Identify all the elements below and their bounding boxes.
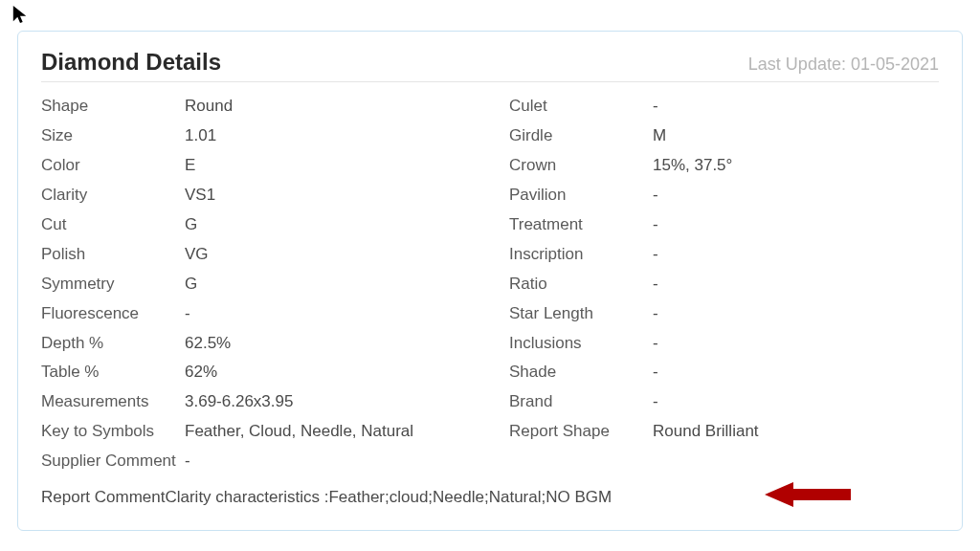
field-value: - [653, 274, 658, 296]
field-pavilion: Pavilion- [509, 185, 939, 207]
diamond-details-panel: Diamond Details Last Update: 01-05-2021 … [17, 31, 963, 531]
field-value: 1.01 [185, 125, 216, 147]
field-value: - [653, 362, 658, 384]
field-label: Polish [41, 244, 185, 266]
field-label: Inscription [509, 244, 653, 266]
field-value: 3.69-6.26x3.95 [185, 391, 293, 413]
field-inclusions: Inclusions- [509, 333, 939, 355]
field-culet: Culet- [509, 96, 939, 118]
field-value: - [653, 303, 658, 325]
svg-marker-0 [765, 482, 851, 507]
field-value: VG [185, 244, 209, 266]
field-size: Size1.01 [41, 125, 471, 147]
details-columns: ShapeRound Size1.01 ColorE ClarityVS1 Cu… [41, 96, 939, 480]
field-value: 62.5% [185, 333, 231, 355]
field-value: - [653, 96, 658, 118]
field-report-shape: Report ShapeRound Brilliant [509, 421, 939, 443]
field-label: Shade [509, 362, 653, 384]
report-comment-value: Clarity characteristics :Feather;cloud;N… [165, 488, 612, 506]
field-label: Inclusions [509, 333, 653, 355]
field-supplier-comment: Supplier Comment- [41, 451, 471, 473]
field-value: G [185, 274, 197, 296]
annotation-arrow-icon [765, 480, 851, 513]
field-value: E [185, 155, 195, 177]
field-shape: ShapeRound [41, 96, 471, 118]
field-value: 62% [185, 362, 217, 384]
mouse-cursor-icon [11, 4, 29, 29]
field-label: Pavilion [509, 185, 653, 207]
field-clarity: ClarityVS1 [41, 185, 471, 207]
field-label: Measurements [41, 391, 185, 413]
field-label: Fluorescence [41, 303, 185, 325]
field-star-length: Star Length- [509, 303, 939, 325]
field-value: - [653, 214, 658, 236]
field-treatment: Treatment- [509, 214, 939, 236]
field-table: Table %62% [41, 362, 471, 384]
field-value: G [185, 214, 197, 236]
field-inscription: Inscription- [509, 244, 939, 266]
field-label: Girdle [509, 125, 653, 147]
field-value: Feather, Cloud, Needle, Natural [185, 421, 413, 443]
field-label: Table % [41, 362, 185, 384]
field-symmetry: SymmetryG [41, 274, 471, 296]
field-value: - [653, 391, 658, 413]
field-label: Size [41, 125, 185, 147]
field-cut: CutG [41, 214, 471, 236]
field-key-to-symbols: Key to SymbolsFeather, Cloud, Needle, Na… [41, 421, 471, 443]
field-label: Cut [41, 214, 185, 236]
field-label: Supplier Comment [41, 451, 185, 473]
field-value: VS1 [185, 185, 215, 207]
field-label: Brand [509, 391, 653, 413]
field-girdle: GirdleM [509, 125, 939, 147]
field-value: - [653, 333, 658, 355]
field-label: Depth % [41, 333, 185, 355]
left-column: ShapeRound Size1.01 ColorE ClarityVS1 Cu… [41, 96, 471, 480]
field-value: - [185, 451, 190, 473]
field-fluorescence: Fluorescence- [41, 303, 471, 325]
field-label: Ratio [509, 274, 653, 296]
field-label: Symmetry [41, 274, 185, 296]
field-value: - [185, 303, 190, 325]
field-brand: Brand- [509, 391, 939, 413]
field-value: Round Brilliant [653, 421, 759, 443]
field-ratio: Ratio- [509, 274, 939, 296]
field-label: Treatment [509, 214, 653, 236]
field-label: Clarity [41, 185, 185, 207]
field-label: Culet [509, 96, 653, 118]
field-label: Star Length [509, 303, 653, 325]
field-polish: PolishVG [41, 244, 471, 266]
field-crown: Crown15%, 37.5° [509, 155, 939, 177]
panel-header: Diamond Details Last Update: 01-05-2021 [41, 49, 939, 82]
field-depth: Depth %62.5% [41, 333, 471, 355]
field-shade: Shade- [509, 362, 939, 384]
report-comment-label: Report Comment [41, 488, 165, 506]
panel-title: Diamond Details [41, 49, 221, 76]
right-column: Culet- GirdleM Crown15%, 37.5° Pavilion-… [509, 96, 939, 480]
field-measurements: Measurements3.69-6.26x3.95 [41, 391, 471, 413]
field-label: Key to Symbols [41, 421, 185, 443]
field-value: - [653, 244, 658, 266]
field-value: M [653, 125, 666, 147]
field-value: 15%, 37.5° [653, 155, 732, 177]
field-label: Report Shape [509, 421, 653, 443]
last-update: Last Update: 01-05-2021 [748, 55, 939, 75]
field-value: Round [185, 96, 233, 118]
field-value: - [653, 185, 658, 207]
field-label: Crown [509, 155, 653, 177]
field-color: ColorE [41, 155, 471, 177]
field-label: Color [41, 155, 185, 177]
field-label: Shape [41, 96, 185, 118]
